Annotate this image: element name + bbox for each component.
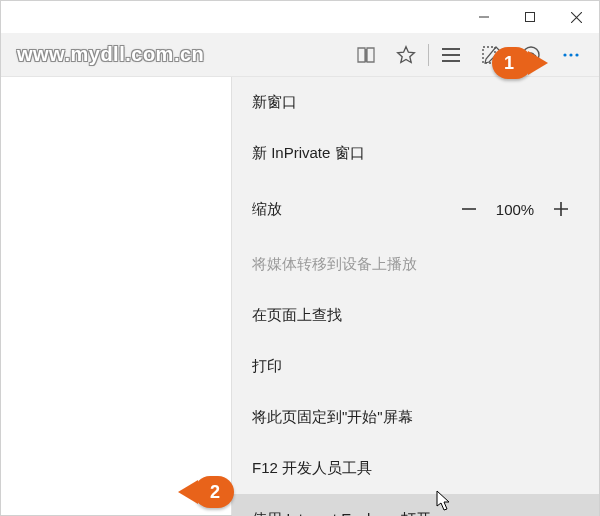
menu-print[interactable]: 打印 (232, 341, 599, 392)
note-icon (481, 45, 501, 65)
zoom-in-button[interactable] (543, 191, 579, 227)
zoom-label: 缩放 (252, 200, 451, 219)
menu-find-on-page[interactable]: 在页面上查找 (232, 290, 599, 341)
web-note-button[interactable] (471, 35, 511, 75)
svg-point-4 (534, 54, 537, 57)
minimize-button[interactable] (461, 1, 507, 33)
menu-pin-to-start[interactable]: 将此页固定到"开始"屏幕 (232, 392, 599, 443)
more-menu: 新窗口 新 InPrivate 窗口 缩放 100% 将媒体转移到设备上播放 在… (231, 77, 599, 515)
menu-zoom: 缩放 100% (232, 179, 599, 239)
zoom-out-button[interactable] (451, 191, 487, 227)
toolbar-divider (428, 44, 429, 66)
maximize-button[interactable] (507, 1, 553, 33)
svg-point-5 (563, 53, 566, 56)
more-button[interactable] (551, 35, 591, 75)
zoom-value: 100% (487, 201, 543, 218)
menu-cast-media: 将媒体转移到设备上播放 (232, 239, 599, 290)
browser-toolbar: www.mydll.com.cn (1, 33, 599, 77)
menu-new-window[interactable]: 新窗口 (232, 77, 599, 128)
maximize-icon (525, 12, 535, 22)
svg-point-6 (569, 53, 572, 56)
page-content (1, 77, 231, 515)
plus-icon (552, 200, 570, 218)
address-bar-url[interactable]: www.mydll.com.cn (9, 43, 346, 66)
book-icon (356, 46, 376, 64)
close-button[interactable] (553, 1, 599, 33)
svg-point-2 (523, 47, 539, 63)
content-area: 新窗口 新 InPrivate 窗口 缩放 100% 将媒体转移到设备上播放 在… (1, 77, 599, 515)
close-icon (571, 12, 582, 23)
menu-new-inprivate[interactable]: 新 InPrivate 窗口 (232, 128, 599, 179)
svg-rect-0 (526, 13, 535, 22)
svg-point-7 (575, 53, 578, 56)
more-icon (561, 45, 581, 65)
minus-icon (460, 200, 478, 218)
favorite-button[interactable] (386, 35, 426, 75)
menu-open-with-ie[interactable]: 使用 Internet Explorer 打开 (232, 494, 599, 516)
svg-point-3 (526, 54, 529, 57)
reading-view-button[interactable] (346, 35, 386, 75)
hub-icon (441, 47, 461, 63)
edge-window: www.mydll.com.cn 新窗口 新 InPrivate 窗口 缩放 (0, 0, 600, 516)
window-titlebar (1, 1, 599, 33)
share-button[interactable] (511, 35, 551, 75)
minimize-icon (479, 12, 489, 22)
menu-f12-devtools[interactable]: F12 开发人员工具 (232, 443, 599, 494)
hub-button[interactable] (431, 35, 471, 75)
star-icon (396, 45, 416, 65)
share-icon (521, 45, 541, 65)
